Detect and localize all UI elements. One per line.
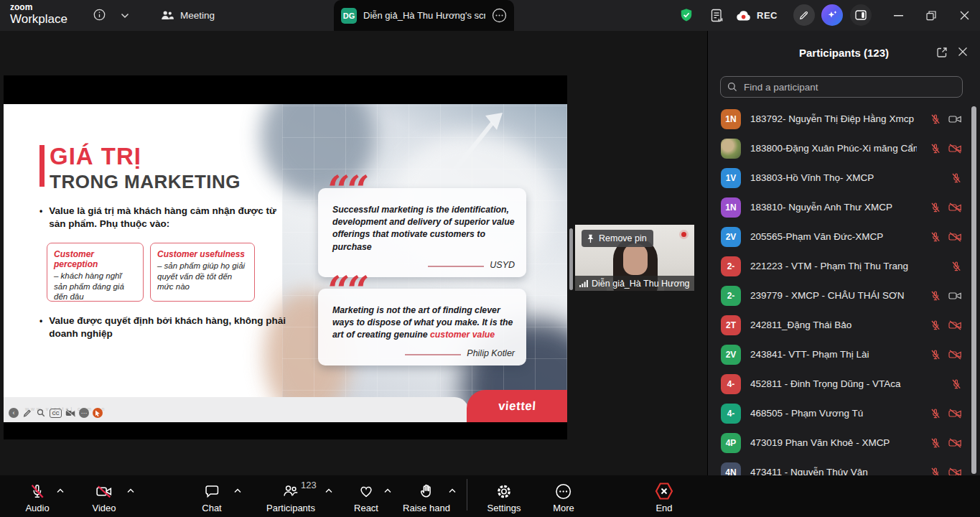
raise-hand-button[interactable]: Raise hand [403,480,450,513]
meeting-summary-icon[interactable] [709,8,724,23]
participant-search[interactable] [720,76,963,98]
signal-bars-icon [579,280,588,287]
more-ellipsis-icon [555,480,573,502]
participant-avatar: 1V [721,168,741,188]
participant-avatar: 4- [721,374,741,394]
minimize-button[interactable] [882,0,914,31]
search-input[interactable] [742,81,956,93]
participant-status-icons [926,143,962,154]
mic-muted-icon [29,480,47,502]
slide-bullet-2: •Value được quyết định bởi khách hàng, k… [39,315,292,340]
participant-row[interactable]: 183800-Đặng Xuân Phúc-Xi măng Cẩm P... [708,134,980,163]
video-button[interactable]: Video [92,480,116,513]
remove-pin-button[interactable]: Remove pin [582,230,653,247]
participant-status-icons [926,320,962,331]
close-window-button[interactable] [948,0,980,31]
annotate-pencil-icon[interactable] [793,4,815,26]
mic-muted-icon [930,408,941,419]
participant-name: 473019 Phan Văn Khoẻ - XMCP [750,437,917,448]
popout-panel-icon[interactable] [936,47,948,58]
back-arrow-icon[interactable]: ‹ [9,408,19,418]
participant-row[interactable]: 2T 242811_Đặng Thái Bảo [708,310,980,340]
participant-name: 243841- VTT- Phạm Thị Lài [750,349,917,360]
participant-row[interactable]: 2- 221223 - VTM - Phạm Thị Thu Trang [708,251,980,281]
tab-options-ellipsis-icon[interactable] [492,8,507,23]
participant-status-icons [926,349,962,360]
pen-icon[interactable] [22,408,32,418]
presentation-slide: GIÁ TRỊ TRONG MARKETING •Value là giá tr… [4,104,567,422]
side-panel-icon[interactable] [850,4,872,26]
meeting-info-icon[interactable] [93,9,106,21]
react-button[interactable]: React [354,480,378,513]
tab-meeting[interactable]: Meeting [154,0,222,31]
camera-off-icon [948,144,962,154]
camera-off-small-icon[interactable] [65,408,75,418]
participant-row[interactable]: 4- 452811 - Đinh Trọng Dũng - VTAca [708,369,980,399]
title-bar: zoom Workplace Meeting DG Diễn giả_Hà Th… [0,0,980,31]
participant-row[interactable]: 2V 205565-Phạm Văn Đức-XMCP [708,222,980,251]
shared-screen: GIÁ TRỊ TRONG MARKETING •Value là giá tr… [4,75,567,439]
pinned-video-name-label: Diễn giả_Hà Thu Hương [575,276,694,291]
react-options-chevron[interactable] [384,488,391,493]
participant-name: 452811 - Đinh Trọng Dũng - VTAca [750,378,917,389]
tab-shared-screen[interactable]: DG Diễn giả_Hà Thu Hương's screen [334,0,514,31]
participant-row[interactable]: 2V 243841- VTT- Phạm Thị Lài [708,340,980,369]
participant-row[interactable]: 1N 183810- Nguyễn Anh Thư XMCP [708,192,980,222]
camera-off-icon [948,350,962,360]
participant-avatar: 2V [721,227,741,247]
ellipsis-small-icon[interactable]: ⋯ [79,408,89,418]
participants-list: 1N 183792- Nguyễn Thị Điệp Hằng Xmcp 183… [708,104,980,477]
participant-status-icons [926,408,962,419]
mic-muted-icon [930,202,941,213]
zoom-meeting-window: zoom Workplace Meeting DG Diễn giả_Hà Th… [0,0,980,517]
pinned-video-tile[interactable]: Remove pin Diễn giả_Hà Thu Hương [575,225,694,291]
mic-muted-icon [930,320,941,331]
end-meeting-button[interactable]: End [655,480,674,513]
participants-icon [281,480,300,502]
participant-status-icons [926,378,962,390]
chat-options-chevron[interactable] [234,488,241,493]
chevron-down-icon[interactable] [121,13,129,19]
camera-off-icon [948,438,962,448]
close-panel-icon[interactable] [958,47,968,57]
raise-hand-options-chevron[interactable] [449,488,456,493]
participant-row[interactable]: 1V 183803-Hồ Vĩnh Thọ- XMCP [708,163,980,192]
mic-muted-icon [930,231,941,243]
video-options-chevron[interactable] [127,488,134,493]
participant-row[interactable]: 1N 183792- Nguyễn Thị Điệp Hằng Xmcp [708,104,980,134]
audio-button[interactable]: Audio [25,480,49,513]
ai-companion-icon[interactable] [821,4,843,26]
participant-row[interactable]: 2- 239779 - XMCP - CHÂU THÁI SƠN [708,281,980,310]
mic-muted-icon [930,437,941,449]
participant-status-icons [926,290,962,302]
participant-avatar: 2- [721,256,741,276]
audio-options-chevron[interactable] [57,488,64,493]
participant-row[interactable]: 4P 473019 Phan Văn Khoẻ - XMCP [708,428,980,457]
mic-muted-icon [930,349,941,360]
growth-arrow-graphic [444,110,512,182]
recording-indicator[interactable]: REC [735,0,778,31]
camera-off-icon [948,409,962,419]
participant-row[interactable]: 4- 468505 - Phạm Vương Tú [708,399,980,428]
participant-status-icons [926,202,962,213]
magnifier-icon[interactable] [36,408,46,418]
participant-avatar: 2V [721,345,741,365]
participants-scrollbar[interactable] [971,106,976,474]
raised-hand-icon [418,480,435,502]
participant-name: 239779 - XMCP - CHÂU THÁI SƠN [750,290,917,301]
restore-button[interactable] [915,0,947,31]
security-shield-icon[interactable] [679,8,694,22]
meeting-toolbar: Audio Video Chat [0,475,980,517]
participant-avatar: 4P [721,433,741,453]
more-button[interactable]: More [553,480,574,513]
participants-options-chevron[interactable] [325,488,332,493]
participant-row[interactable]: 4N 473411 - Nguyễn Thúy Vân [708,457,980,477]
participant-avatar: 1N [721,197,741,218]
settings-button[interactable]: Settings [487,480,521,513]
closed-caption-icon[interactable]: CC [50,409,62,418]
participant-name: 221223 - VTM - Phạm Thị Thu Trang [750,261,917,271]
video-strip-scrollbar[interactable] [569,228,573,290]
chat-bubble-icon [203,480,220,502]
presenter-cursor-icon [93,408,103,418]
chat-button[interactable]: Chat [202,480,221,513]
